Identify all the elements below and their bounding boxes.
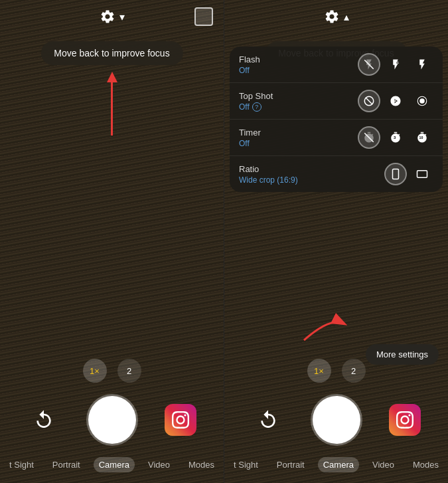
more-settings-button[interactable]: More settings — [366, 344, 439, 365]
mode-video-left[interactable]: Video — [143, 457, 175, 472]
ratio-value: Wide crop (16:9) — [239, 175, 384, 185]
flash-value: Off — [239, 66, 358, 75]
flash-title: Flash — [239, 54, 358, 64]
timer-icons: 3 10 — [358, 126, 433, 149]
mode-bar-left: t Sight Portrait Camera Video Modes — [0, 452, 224, 483]
instagram-button-left[interactable] — [165, 404, 196, 436]
top-bar-right: ▴ — [224, 0, 448, 33]
ratio-wide-button[interactable] — [411, 163, 433, 185]
settings-row-timer: Timer Off 3 — [230, 120, 443, 156]
zoom-1x-right[interactable]: 1× — [307, 359, 331, 383]
gear-icon-right[interactable] — [324, 9, 340, 25]
capture-row-right — [224, 391, 448, 452]
red-arrow-right — [291, 304, 357, 343]
svg-rect-10 — [393, 169, 399, 179]
right-panel: ▴ Move back to improve focus Flash Off — [224, 0, 448, 483]
timer-title: Timer — [239, 128, 358, 138]
capture-row-left — [0, 391, 224, 452]
top-bar-left: ▾ — [0, 0, 224, 33]
timer-3s-button[interactable]: 3 — [384, 126, 407, 149]
focus-tooltip-left: Move back to improve focus — [40, 41, 183, 65]
top-bar-center-left: ▾ — [100, 9, 125, 25]
topshot-title: Top Shot — [239, 91, 358, 101]
flash-icons: A — [358, 53, 433, 76]
mode-bar-right: t Sight Portrait Camera Video Modes — [224, 452, 448, 483]
chevron-down-icon-left[interactable]: ▾ — [119, 11, 125, 23]
topshot-off-button[interactable] — [358, 90, 380, 112]
red-arrow-left — [107, 72, 117, 136]
svg-rect-11 — [417, 171, 427, 178]
flash-off-button[interactable] — [358, 53, 380, 76]
mode-video-right[interactable]: Video — [367, 457, 400, 472]
mode-modes-right[interactable]: Modes — [408, 457, 444, 472]
mode-sight-left[interactable]: t Sight — [4, 457, 39, 472]
settings-row-flash: Flash Off A — [230, 47, 443, 83]
svg-text:A: A — [394, 99, 397, 103]
mode-modes-left[interactable]: Modes — [183, 457, 220, 472]
svg-point-6 — [419, 98, 425, 104]
timer-10s-button[interactable]: 10 — [411, 126, 433, 149]
bottom-controls-left: 1× 2 t Sight Portrait Camera Video Modes — [0, 353, 224, 483]
svg-line-3 — [366, 98, 373, 105]
gallery-icon-left[interactable] — [194, 7, 213, 26]
gear-icon-left[interactable] — [100, 9, 115, 25]
ratio-tall-button[interactable] — [384, 163, 407, 185]
svg-text:A: A — [397, 60, 400, 64]
topshot-on-button[interactable] — [411, 90, 433, 112]
topshot-label: Top Shot Off ? — [239, 91, 358, 112]
ratio-label: Ratio Wide crop (16:9) — [239, 164, 384, 185]
settings-row-ratio: Ratio Wide crop (16:9) — [230, 156, 443, 192]
mode-sight-right[interactable]: t Sight — [228, 457, 263, 472]
topshot-value: Off ? — [239, 102, 358, 112]
zoom-bar-left: 1× 2 — [0, 353, 224, 388]
mode-camera-left[interactable]: Camera — [94, 457, 135, 472]
instagram-button-right[interactable] — [389, 404, 421, 436]
ratio-title: Ratio — [239, 164, 384, 174]
shutter-button-right[interactable] — [313, 396, 360, 444]
ratio-icons — [384, 163, 433, 185]
bottom-controls-right: 1× 2 t Sight Portrait Camera Video Modes — [224, 353, 448, 483]
topshot-icons: A — [358, 90, 433, 112]
mode-camera-right[interactable]: Camera — [318, 457, 359, 472]
timer-value: Off — [239, 139, 358, 148]
rotate-button-right[interactable] — [252, 404, 284, 436]
top-bar-center-right: ▴ — [324, 9, 349, 25]
topshot-auto-button[interactable]: A — [384, 90, 407, 112]
topshot-info-icon[interactable]: ? — [252, 102, 261, 112]
arrow-line-left — [111, 82, 113, 136]
settings-row-topshot: Top Shot Off ? A — [230, 83, 443, 120]
arrow-head-left — [107, 72, 117, 82]
mode-portrait-left[interactable]: Portrait — [47, 457, 86, 472]
zoom-2x-right[interactable]: 2 — [342, 359, 366, 383]
svg-text:10: 10 — [419, 136, 423, 140]
timer-off-button[interactable] — [358, 126, 380, 149]
chevron-up-icon-right[interactable]: ▴ — [344, 11, 349, 23]
left-panel: ▾ Move back to improve focus 1× 2 — [0, 0, 224, 483]
zoom-2x-left[interactable]: 2 — [117, 359, 141, 383]
flash-label: Flash Off — [239, 54, 358, 75]
rotate-button-left[interactable] — [28, 404, 60, 436]
flash-auto-button[interactable]: A — [384, 53, 407, 76]
flash-on-button[interactable] — [411, 53, 433, 76]
zoom-1x-left[interactable]: 1× — [83, 359, 107, 383]
shutter-button-left[interactable] — [88, 396, 136, 444]
mode-portrait-right[interactable]: Portrait — [271, 457, 310, 472]
settings-panel: Flash Off A — [230, 47, 443, 192]
timer-label: Timer Off — [239, 128, 358, 148]
